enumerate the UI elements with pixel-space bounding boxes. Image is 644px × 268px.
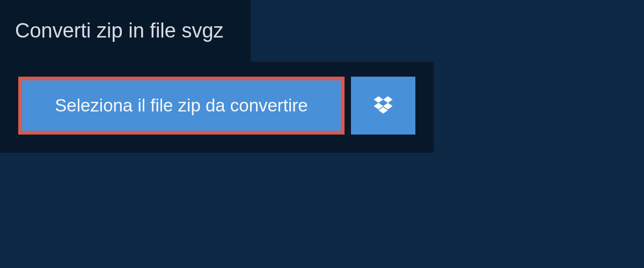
upload-panel: Seleziona il file zip da convertire — [0, 62, 434, 153]
page-title: Converti zip in file svgz — [15, 19, 224, 42]
dropbox-button[interactable] — [351, 77, 415, 135]
select-file-label: Seleziona il file zip da convertire — [55, 95, 308, 116]
select-file-button[interactable]: Seleziona il file zip da convertire — [18, 77, 345, 135]
dropbox-icon — [372, 94, 394, 117]
tab-header: Converti zip in file svgz — [0, 0, 251, 62]
